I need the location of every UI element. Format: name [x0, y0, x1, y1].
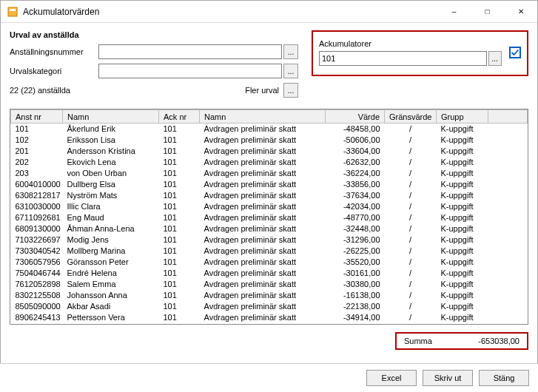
cell-namn2: Avdragen preliminär skatt	[200, 124, 326, 135]
cell-namn2: Avdragen preliminär skatt	[200, 268, 326, 279]
col-ack-nr[interactable]: Ack nr	[159, 110, 200, 124]
table-row[interactable]: 7612052898Salem Emma101Avdragen prelimin…	[11, 279, 528, 290]
maximize-button[interactable]: □	[471, 1, 504, 22]
cell-namn2: Avdragen preliminär skatt	[200, 223, 326, 234]
cell-anst: 6711092681	[11, 212, 63, 223]
cell-namn2: Avdragen preliminär skatt	[200, 190, 326, 201]
cell-namn2: Avdragen preliminär skatt	[200, 234, 326, 246]
cell-grans: /	[385, 290, 437, 301]
titlebar: Ackumulatorvärden – □ ✕	[1, 1, 537, 23]
cell-ack: 101	[159, 257, 200, 268]
col-varde[interactable]: Värde	[326, 110, 385, 124]
more-selections-button[interactable]: ...	[283, 83, 298, 98]
table-row[interactable]: 6809130000Åhman Anna-Lena101Avdragen pre…	[11, 223, 528, 234]
accumulator-label: Ackumulatorer	[319, 39, 502, 48]
cell-grans: /	[385, 179, 437, 190]
table-row[interactable]: 7306057956Göransson Peter101Avdragen pre…	[11, 257, 528, 268]
cell-varde: -50606,00	[326, 135, 385, 146]
cell-namn2: Avdragen preliminär skatt	[200, 201, 326, 212]
selection-panel: Urval av anställda Anställningsnummer ..…	[10, 30, 298, 98]
table-row[interactable]: 8906245413Pettersson Vera101Avdragen pre…	[11, 312, 528, 323]
cell-grupp: K-uppgift	[437, 223, 488, 234]
table-row[interactable]: 102Eriksson Lisa101Avdragen preliminär s…	[11, 135, 528, 146]
col-grupp[interactable]: Grupp	[437, 110, 488, 124]
cell-namn: Åhman Anna-Lena	[63, 223, 159, 234]
cell-ack: 101	[159, 312, 200, 323]
cell-varde: -33604,00	[326, 146, 385, 157]
cell-varde: -37634,00	[326, 190, 385, 201]
table-row[interactable]: 8505090000Akbar Asadi101Avdragen prelimi…	[11, 301, 528, 312]
cell-ack: 101	[159, 212, 200, 223]
accumulator-browse-button[interactable]: ...	[488, 51, 502, 66]
accumulator-checkbox[interactable]	[509, 47, 521, 58]
cell-ack: 101	[159, 223, 200, 234]
employment-number-input[interactable]	[98, 44, 282, 59]
cell-namn2: Avdragen preliminär skatt	[200, 146, 326, 157]
table-row[interactable]: 6004010000Dullberg Elsa101Avdragen preli…	[11, 179, 528, 190]
cell-varde: -34914,00	[326, 312, 385, 323]
cell-grans: /	[385, 212, 437, 223]
svg-rect-0	[8, 7, 17, 16]
col-namn[interactable]: Namn	[63, 110, 159, 124]
cell-grupp: K-uppgift	[437, 179, 488, 190]
cell-grupp: K-uppgift	[437, 212, 488, 223]
cell-anst: 7306057956	[11, 257, 63, 268]
cell-ack: 101	[159, 279, 200, 290]
cell-ack: 101	[159, 168, 200, 179]
cell-grans: /	[385, 190, 437, 201]
cell-anst: 201	[11, 146, 63, 157]
cell-varde: -30380,00	[326, 279, 385, 290]
cell-varde: -32448,00	[326, 223, 385, 234]
table-header-row: Anst nr Namn Ack nr Namn Värde Gränsvärd…	[11, 110, 528, 124]
cell-varde: -35520,00	[326, 257, 385, 268]
table-row[interactable]: 6711092681Eng Maud101Avdragen preliminär…	[11, 212, 528, 223]
cell-namn: Salem Emma	[63, 279, 159, 290]
svg-rect-1	[10, 9, 16, 11]
cell-grans: /	[385, 135, 437, 146]
table-row[interactable]: 8302125508Johansson Anna101Avdragen prel…	[11, 290, 528, 301]
table-row[interactable]: 201Andersson Kristina101Avdragen prelimi…	[11, 146, 528, 157]
employment-number-browse-button[interactable]: ...	[283, 44, 298, 59]
close-button[interactable]: ✕	[504, 1, 537, 22]
accumulator-input[interactable]	[319, 51, 487, 66]
table-row[interactable]: 202Ekovich Lena101Avdragen preliminär sk…	[11, 157, 528, 168]
selection-category-browse-button[interactable]: ...	[283, 64, 298, 78]
table-row[interactable]: 7504046744Endré Helena101Avdragen prelim…	[11, 268, 528, 279]
cell-namn: Illic Clara	[63, 201, 159, 212]
table-row[interactable]: 203von Oben Urban101Avdragen preliminär …	[11, 168, 528, 179]
more-selections-label: Fler urval	[245, 86, 279, 95]
close-dialog-button[interactable]: Stäng	[479, 370, 529, 386]
cell-namn: von Oben Urban	[63, 168, 159, 179]
table-row[interactable]: 101Åkerlund Erik101Avdragen preliminär s…	[11, 124, 528, 135]
selection-heading: Urval av anställda	[10, 30, 298, 39]
col-anst-nr[interactable]: Anst nr	[11, 110, 63, 124]
excel-button[interactable]: Excel	[366, 370, 417, 386]
cell-anst: 202	[11, 157, 63, 168]
table-row[interactable]: 7103226697Modig Jens101Avdragen prelimin…	[11, 234, 528, 246]
cell-grans: /	[385, 257, 437, 268]
selection-category-input[interactable]	[98, 64, 282, 78]
accumulator-panel: Ackumulatorer ...	[312, 30, 528, 76]
minimize-button[interactable]: –	[437, 1, 471, 22]
cell-anst: 6004010000	[11, 179, 63, 190]
cell-namn: Akbar Asadi	[63, 301, 159, 312]
cell-ack: 101	[159, 135, 200, 146]
table-row[interactable]: 7303040542Mollberg Marina101Avdragen pre…	[11, 246, 528, 257]
cell-varde: -30161,00	[326, 268, 385, 279]
cell-grans: /	[385, 157, 437, 168]
cell-grupp: K-uppgift	[437, 246, 488, 257]
table-row[interactable]: 6308212817Nyström Mats101Avdragen prelim…	[11, 190, 528, 201]
table-row[interactable]: 6310030000Illic Clara101Avdragen prelimi…	[11, 201, 528, 212]
col-namn2[interactable]: Namn	[200, 110, 326, 124]
cell-namn2: Avdragen preliminär skatt	[200, 290, 326, 301]
cell-grans: /	[385, 279, 437, 290]
cell-anst: 6310030000	[11, 201, 63, 212]
cell-varde: -48770,00	[326, 212, 385, 223]
cell-grans: /	[385, 268, 437, 279]
cell-grans: /	[385, 146, 437, 157]
print-button[interactable]: Skriv ut	[423, 370, 473, 386]
cell-grupp: K-uppgift	[437, 135, 488, 146]
cell-grupp: K-uppgift	[437, 124, 488, 135]
col-gransvarde[interactable]: Gränsvärde	[385, 110, 437, 124]
data-table: Anst nr Namn Ack nr Namn Värde Gränsvärd…	[10, 109, 528, 323]
